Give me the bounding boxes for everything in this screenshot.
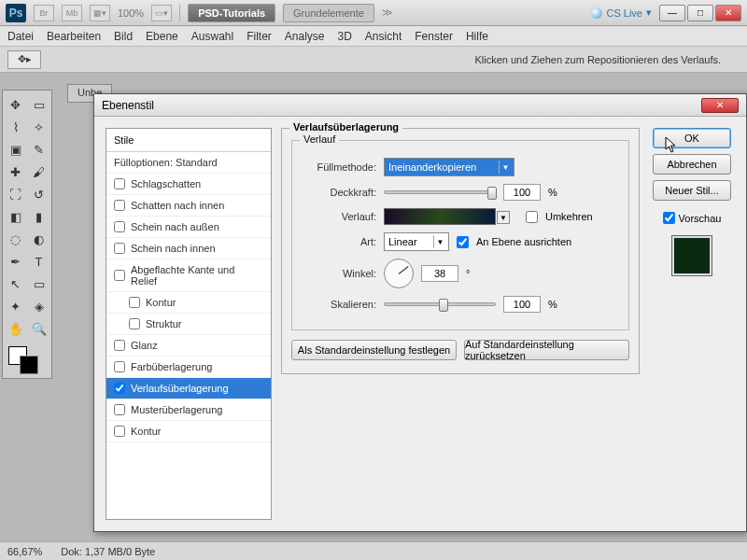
style-row[interactable]: Schatten nach innen [106,195,271,217]
gradient-tool-icon[interactable]: ▮ [28,206,49,227]
menu-bild[interactable]: Bild [114,30,133,43]
style-checkbox[interactable] [114,426,125,437]
fill-options-row[interactable]: Fülloptionen: Standard [106,152,271,174]
stamp-tool-icon[interactable]: ⛶ [5,184,26,204]
angle-input[interactable] [421,265,458,282]
style-checkbox[interactable] [114,243,125,254]
style-row[interactable]: Schein nach außen [106,217,271,238]
3d-cam-icon[interactable]: ◈ [28,296,49,316]
opacity-slider[interactable] [384,190,496,194]
chevron-down-icon[interactable]: ▼ [497,211,510,224]
arrange-icon[interactable]: ▦▾ [90,5,110,21]
group-title: Verlaufsüberlagerung [289,121,402,133]
brush-tool-icon[interactable]: 🖌 [28,161,49,182]
color-swatches[interactable] [5,344,49,374]
ps-logo[interactable]: Ps [6,4,26,22]
style-checkbox[interactable] [114,404,125,415]
maximize-button[interactable]: □ [687,5,713,21]
zoom-level[interactable]: 100% [118,7,144,19]
cancel-button[interactable]: Abbrechen [653,154,731,175]
current-tool-icon[interactable]: ✥▸ [7,50,41,69]
menu-analyse[interactable]: Analyse [285,30,325,43]
style-checkbox[interactable] [114,221,125,232]
style-checkbox[interactable] [129,297,140,308]
styles-header[interactable]: Stile [106,129,271,152]
style-row[interactable]: Musterüberlagerung [106,399,271,421]
style-row[interactable]: Kontur [106,292,271,314]
preview-checkbox-row[interactable]: Vorschau [663,212,722,224]
gradient-style-select[interactable]: Linear▼ [384,232,449,251]
br-button[interactable]: Br [34,5,54,21]
style-row[interactable]: Kontur [106,421,271,442]
background-swatch[interactable] [20,356,38,374]
3d-tool-icon[interactable]: ✦ [5,296,26,316]
preview-checkbox[interactable] [663,212,675,224]
zoom-tool-icon[interactable]: 🔍 [28,318,49,339]
pen-tool-icon[interactable]: ✒ [5,251,26,272]
style-row[interactable]: Abgeflachte Kante und Relief [106,259,271,292]
style-row[interactable]: Schein nach innen [106,238,271,259]
preview-swatch [671,235,712,276]
dialog-titlebar[interactable]: Ebenenstil ✕ [94,94,746,117]
opacity-input[interactable] [503,184,541,201]
move-tool-icon[interactable]: ✥ [5,94,26,115]
crop-tool-icon[interactable]: ▣ [5,139,26,160]
new-style-button[interactable]: Neuer Stil... [653,180,731,201]
style-checkbox[interactable] [114,270,125,281]
workspace-more-icon[interactable]: ≫ [382,7,393,19]
wand-tool-icon[interactable]: ✧ [28,117,49,137]
style-checkbox[interactable] [129,318,140,329]
style-checkbox[interactable] [114,340,125,351]
type-tool-icon[interactable]: T [28,251,49,272]
style-row[interactable]: Farbüberlagerung [106,357,271,378]
path-tool-icon[interactable]: ↖ [5,273,26,294]
dialog-close-icon[interactable]: ✕ [701,98,739,113]
menu-datei[interactable]: Datei [7,30,34,43]
eraser-tool-icon[interactable]: ◧ [5,206,26,227]
history-brush-icon[interactable]: ↺ [28,184,49,204]
style-row[interactable]: Schlagschatten [106,174,271,195]
cs-live[interactable]: CS Live ▾ [591,7,652,19]
blend-mode-select[interactable]: Ineinanderkopieren▼ [384,158,514,176]
align-label: An Ebene ausrichten [476,236,571,247]
ok-button[interactable]: OK [653,128,731,148]
menu-fenster[interactable]: Fenster [415,30,453,43]
gradient-picker[interactable]: ▼ [384,208,496,225]
menu-3d[interactable]: 3D [338,30,352,43]
screen-mode-icon[interactable]: ▭▾ [151,5,172,21]
heal-tool-icon[interactable]: ✚ [5,161,26,182]
reset-default-button[interactable]: Auf Standardeinstellung zurücksetzen [464,340,629,360]
menu-ebene[interactable]: Ebene [146,30,178,43]
reverse-checkbox[interactable] [526,211,538,223]
menu-hilfe[interactable]: Hilfe [466,30,488,43]
dodge-tool-icon[interactable]: ◐ [28,229,49,249]
status-zoom[interactable]: 66,67% [7,546,42,557]
hand-tool-icon[interactable]: ✋ [5,318,26,339]
scale-input[interactable] [503,296,541,313]
marquee-tool-icon[interactable]: ▭ [28,94,49,115]
style-checkbox[interactable] [114,178,125,189]
workspace-psd-tutorials[interactable]: PSD-Tutorials [188,4,275,22]
style-row[interactable]: Glanz [106,335,271,357]
mb-button[interactable]: Mb [62,5,82,21]
menu-ansicht[interactable]: Ansicht [365,30,402,43]
workspace-grundelemente[interactable]: Grundelemente [283,4,374,22]
eyedropper-tool-icon[interactable]: ✎ [28,139,49,160]
style-checkbox[interactable] [114,361,125,372]
style-checkbox[interactable] [114,383,125,394]
menu-filter[interactable]: Filter [247,30,272,43]
style-row[interactable]: Verlaufsüberlagerung [106,378,271,399]
style-checkbox[interactable] [114,200,125,211]
align-checkbox[interactable] [457,236,469,248]
style-row[interactable]: Struktur [106,314,271,335]
close-button[interactable]: ✕ [715,5,741,21]
menu-bearbeiten[interactable]: Bearbeiten [47,30,101,43]
minimize-button[interactable]: — [659,5,685,21]
shape-tool-icon[interactable]: ▭ [28,273,49,294]
blur-tool-icon[interactable]: ◌ [5,229,26,249]
angle-dial[interactable] [384,259,414,288]
scale-slider[interactable] [384,302,496,306]
menu-auswahl[interactable]: Auswahl [191,30,233,43]
lasso-tool-icon[interactable]: ⌇ [5,117,26,137]
make-default-button[interactable]: Als Standardeinstellung festlegen [291,340,457,360]
